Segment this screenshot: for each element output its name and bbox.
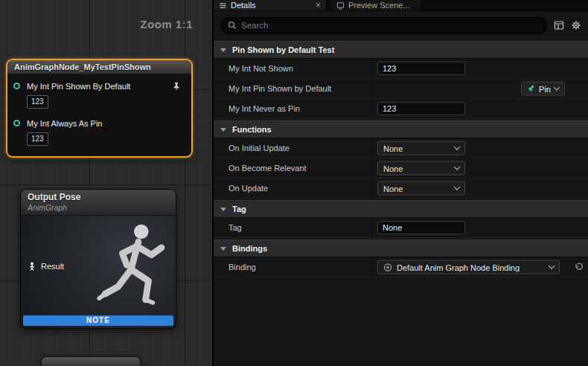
pin-label: Result — [41, 262, 64, 271]
chevron-down-icon — [454, 144, 460, 150]
anim-graph-editor[interactable]: Zoom 1:1 AnimGraphNode_MyTestPinShown My… — [0, 0, 213, 366]
property-label: On Become Relevant — [229, 164, 307, 173]
mannequin-figure — [91, 217, 176, 326]
property-label: On Update — [229, 184, 268, 193]
row-on-update: On Update None — [214, 179, 588, 199]
on-become-relevant-dropdown[interactable]: None — [377, 161, 465, 176]
category-title: Pin Shown by Default Test — [232, 45, 334, 54]
chevron-down-icon — [220, 208, 226, 211]
property-list: Pin Shown by Default Test My Int Not Sho… — [214, 41, 588, 277]
chevron-down-icon — [220, 128, 226, 132]
pin-label: My Int Always As Pin — [27, 119, 185, 129]
category-pin-shown-by-default-test[interactable]: Pin Shown by Default Test — [214, 41, 588, 59]
search-icon — [228, 21, 237, 30]
category-title: Bindings — [232, 244, 267, 253]
row-on-become-relevant: On Become Relevant None — [214, 158, 588, 179]
property-label: My Int Not Shown — [229, 64, 293, 73]
pin-icon — [527, 85, 535, 93]
property-label: Tag — [229, 223, 242, 232]
row-my-int-never-as-pin: My Int Never as Pin 123 — [214, 99, 588, 119]
chevron-down-icon — [220, 48, 226, 52]
details-tab-icon — [219, 1, 227, 10]
pin-value-field[interactable]: 123 — [27, 132, 48, 146]
category-functions[interactable]: Functions — [214, 121, 588, 138]
note-badge[interactable]: NOTE — [23, 315, 173, 326]
reset-to-default-icon[interactable] — [575, 263, 584, 272]
tab-bar: Details × Preview Scene... — [214, 0, 588, 11]
tab-preview-scene[interactable]: Preview Scene... — [331, 0, 422, 10]
pin-dropdown-button[interactable]: Pin — [521, 82, 565, 96]
details-panel: Details × Preview Scene... — [213, 0, 588, 366]
settings-gear-icon[interactable] — [571, 20, 581, 30]
property-label: My Int Never as Pin — [229, 104, 300, 113]
pose-pin-icon — [28, 262, 36, 271]
int-pin-icon[interactable] — [13, 120, 20, 126]
my-int-not-shown-field[interactable]: 123 — [377, 62, 465, 75]
pin-label: My Int Pin Shown By Default — [27, 82, 185, 92]
category-bindings[interactable]: Bindings — [214, 240, 588, 257]
node-animgraphnode-mytestpinshown[interactable]: AnimGraphNode_MyTestPinShown My Int Pin … — [6, 59, 193, 158]
pin-my-int-pin-shown-by-default[interactable]: My Int Pin Shown By Default 123 — [27, 82, 185, 109]
row-my-int-not-shown: My Int Not Shown 123 — [214, 59, 588, 79]
property-label: On Initial Update — [229, 144, 290, 152]
pin-my-int-always-as-pin[interactable]: My Int Always As Pin 123 — [27, 119, 185, 146]
pushpin-icon[interactable] — [172, 82, 181, 91]
node-title: Output Pose — [28, 192, 169, 202]
tag-field[interactable]: None — [377, 221, 465, 234]
node-preview-area: Result NOTE — [21, 216, 176, 328]
node-output-pose[interactable]: Output Pose AnimGraph — [20, 189, 176, 329]
chevron-down-icon — [554, 84, 560, 90]
zoom-level-label: Zoom 1:1 — [140, 18, 193, 30]
property-label: My Int Pin Shown by Default — [229, 84, 331, 93]
search-input[interactable] — [241, 21, 540, 30]
tab-label: Preview Scene... — [348, 1, 410, 10]
pin-button-label: Pin — [539, 84, 551, 93]
chevron-down-icon — [549, 263, 555, 269]
details-toolbar — [214, 11, 588, 39]
tab-details[interactable]: Details × — [214, 0, 327, 10]
pin-result[interactable]: Result — [28, 262, 64, 271]
node-body: My Int Pin Shown By Default 123 My Int A… — [7, 74, 191, 161]
my-int-never-as-pin-field[interactable]: 123 — [377, 102, 465, 115]
on-initial-update-dropdown[interactable]: None — [377, 141, 465, 155]
pin-value-field[interactable]: 123 — [27, 95, 48, 109]
close-icon[interactable]: × — [316, 1, 321, 10]
chevron-down-icon — [454, 164, 460, 170]
binding-icon — [383, 263, 392, 272]
tab-label: Details — [231, 1, 256, 10]
category-tag[interactable]: Tag — [214, 200, 588, 218]
search-box[interactable] — [220, 17, 547, 34]
row-my-int-pin-shown-by-default: My Int Pin Shown by Default Pin — [214, 79, 588, 99]
display-options-icon[interactable] — [554, 20, 564, 30]
category-title: Functions — [232, 125, 272, 134]
binding-dropdown[interactable]: Default Anim Graph Node Binding — [377, 260, 560, 274]
int-pin-icon[interactable] — [13, 83, 20, 89]
partial-node-header[interactable] — [41, 356, 141, 366]
node-title[interactable]: AnimGraphNode_MyTestPinShown — [7, 60, 191, 74]
chevron-down-icon — [220, 247, 226, 251]
chevron-down-icon — [454, 184, 460, 190]
node-subtitle: AnimGraph — [28, 203, 169, 212]
row-binding: Binding Default Anim Graph Node Binding — [214, 257, 588, 277]
category-title: Tag — [232, 205, 246, 214]
row-tag: Tag None — [214, 218, 588, 238]
property-label: Binding — [229, 263, 256, 272]
node-header[interactable]: Output Pose AnimGraph — [21, 190, 176, 216]
preview-scene-tab-icon — [336, 1, 345, 10]
on-update-dropdown[interactable]: None — [377, 182, 465, 196]
row-on-initial-update: On Initial Update None — [214, 138, 588, 158]
